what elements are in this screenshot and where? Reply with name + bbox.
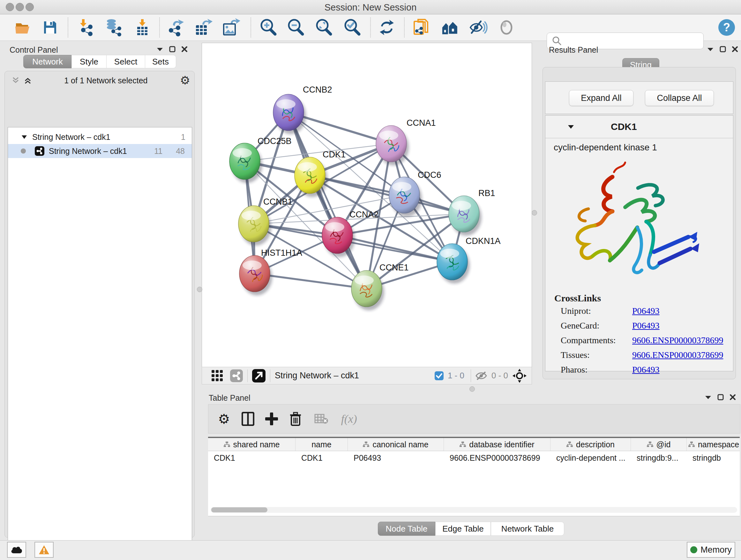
refresh-icon[interactable]	[378, 18, 396, 37]
column-header-canonical-name[interactable]: canonical name	[348, 438, 444, 451]
panel-close-icon[interactable]	[730, 394, 736, 400]
import-network-file-icon[interactable]	[77, 18, 96, 37]
collapse-all-icon[interactable]	[11, 76, 20, 84]
tab-network-table[interactable]: Network Table	[491, 522, 564, 536]
selected-checkbox-icon[interactable]	[434, 371, 444, 381]
table-hscrollbar[interactable]	[211, 507, 737, 513]
column-header-database-identifier[interactable]: database identifier	[444, 438, 550, 451]
export-image-icon[interactable]	[222, 18, 240, 37]
gene-header[interactable]: CDK1	[545, 116, 733, 138]
network-view-icon[interactable]	[230, 369, 243, 382]
zoom-out-icon[interactable]	[286, 18, 305, 37]
tab-style[interactable]: Style	[71, 55, 107, 68]
hide-selected-icon[interactable]	[469, 18, 488, 37]
network-node-CDC6[interactable]	[389, 177, 420, 213]
grid-view-icon[interactable]	[211, 369, 224, 382]
crosslinks-list: Uniprot:P06493GeneCard:P06493Compartment…	[545, 306, 733, 370]
gene-collapse-icon[interactable]	[568, 125, 574, 129]
clone-network-icon[interactable]	[412, 18, 431, 37]
table-hscrollbar-thumb[interactable]	[211, 507, 267, 512]
table-settings-gear-icon[interactable]: ⚙	[218, 411, 230, 427]
export-table-icon[interactable]	[194, 18, 212, 37]
tab-sets[interactable]: Sets	[145, 55, 176, 68]
import-network-database-icon[interactable]	[104, 18, 123, 37]
network-node-RB1[interactable]	[449, 196, 479, 232]
table-cell[interactable]: 9606.ENSP00000378699	[444, 453, 550, 462]
panel-close-icon[interactable]	[181, 46, 188, 52]
show-columns-icon[interactable]	[242, 412, 254, 426]
right-splitter-handle[interactable]	[532, 210, 537, 215]
open-session-icon[interactable]	[13, 18, 32, 37]
table-row[interactable]: CDK1CDK1P064939606.ENSP00000378699cyclin…	[208, 451, 740, 464]
collapse-all-button[interactable]: Collapse All	[645, 90, 714, 106]
tab-select[interactable]: Select	[106, 55, 145, 68]
network-node-CCNE1[interactable]	[351, 270, 382, 307]
current-network-title: String Network – cdk1	[275, 371, 359, 381]
column-header-shared-name[interactable]: shared name	[208, 438, 295, 451]
tree-expand-icon[interactable]	[21, 135, 27, 139]
network-node-HIST1H1A[interactable]	[239, 255, 270, 292]
network-canvas[interactable]: CCNB2CCNA1CDC25BCDK1CDC6RB1CCNB1CCNA2CDK…	[202, 43, 532, 367]
expand-all-button[interactable]: Expand All	[569, 90, 633, 106]
network-row[interactable]: String Network – cdk1 11 48	[8, 144, 192, 158]
network-node-CDC25B[interactable]	[229, 143, 260, 179]
network-node-CCNB2[interactable]	[273, 94, 304, 131]
show-graphics-details-icon[interactable]	[497, 18, 516, 37]
tab-network[interactable]: Network	[23, 55, 72, 68]
zoom-in-icon[interactable]	[259, 18, 278, 37]
panel-float-icon[interactable]	[720, 46, 726, 52]
expand-all-icon[interactable]	[23, 76, 32, 84]
bottom-splitter-handle[interactable]	[469, 386, 475, 392]
zoom-selected-icon[interactable]	[343, 18, 361, 37]
crosslink-link[interactable]: P06493	[632, 306, 660, 316]
memory-button[interactable]: Memory	[687, 542, 735, 558]
cloud-status-button[interactable]	[7, 542, 26, 558]
zoom-fit-icon[interactable]	[315, 18, 333, 37]
left-splitter-handle[interactable]	[197, 287, 202, 292]
panel-menu-icon[interactable]	[707, 47, 714, 51]
crosslink-link[interactable]: 9606.ENSP00000378699	[632, 350, 723, 360]
network-node-CCNA1[interactable]	[376, 125, 407, 162]
crosslink-link[interactable]: P06493	[632, 320, 660, 331]
warning-status-button[interactable]	[35, 542, 54, 558]
network-graph[interactable]: CCNB2CCNA1CDC25BCDK1CDC6RB1CCNB1CCNA2CDK…	[202, 43, 532, 367]
column-header-namespace[interactable]: namespace	[687, 438, 740, 451]
table-cell[interactable]: CDK1	[208, 453, 295, 462]
panel-menu-icon[interactable]	[156, 47, 163, 51]
network-edge-CCNB2-CCNE1[interactable]	[288, 112, 367, 289]
fit-content-crosshair-icon[interactable]	[513, 369, 527, 383]
table-cell[interactable]: stringdb:9...	[631, 453, 687, 462]
network-node-CDK1[interactable]	[294, 157, 325, 193]
show-all-nodes-icon[interactable]	[442, 18, 460, 37]
delete-column-trash-icon[interactable]	[289, 412, 301, 426]
network-node-CDKN1A[interactable]	[437, 244, 468, 280]
help-icon[interactable]: ?	[718, 18, 736, 37]
network-options-gear-icon[interactable]: ⚙	[180, 74, 190, 87]
table-cell[interactable]: P06493	[348, 453, 444, 462]
column-header--id[interactable]: @id	[631, 438, 687, 451]
network-edge-CDK1-RB1[interactable]	[310, 175, 464, 214]
tab-edge-table[interactable]: Edge Table	[435, 522, 491, 536]
crosslink-link[interactable]: P06493	[632, 365, 660, 375]
panel-menu-icon[interactable]	[704, 395, 712, 399]
table-cell[interactable]: stringdb	[687, 453, 740, 462]
panel-close-icon[interactable]	[732, 46, 738, 52]
save-session-icon[interactable]	[41, 18, 59, 37]
column-header-description[interactable]: description	[550, 438, 631, 451]
node-table[interactable]: shared namenamecanonical namedatabase id…	[208, 437, 740, 516]
hidden-eye-icon[interactable]	[475, 371, 488, 381]
import-table-file-icon[interactable]	[133, 18, 151, 37]
export-network-icon[interactable]	[166, 18, 185, 37]
network-node-CCNB1[interactable]	[239, 206, 269, 242]
panel-float-icon[interactable]	[169, 46, 176, 52]
network-node-CCNA2[interactable]	[322, 217, 353, 253]
birdseye-view-icon[interactable]	[252, 369, 266, 382]
table-cell[interactable]: CDK1	[295, 453, 348, 462]
crosslink-link[interactable]: 9606.ENSP00000378699	[632, 335, 723, 346]
network-collection-row[interactable]: String Network – cdk1 1	[8, 130, 192, 144]
tab-node-table[interactable]: Node Table	[378, 522, 435, 536]
add-column-icon[interactable]	[265, 413, 278, 425]
panel-float-icon[interactable]	[718, 394, 724, 400]
column-header-name[interactable]: name	[295, 438, 348, 451]
table-cell[interactable]: cyclin-dependent ...	[550, 453, 631, 462]
